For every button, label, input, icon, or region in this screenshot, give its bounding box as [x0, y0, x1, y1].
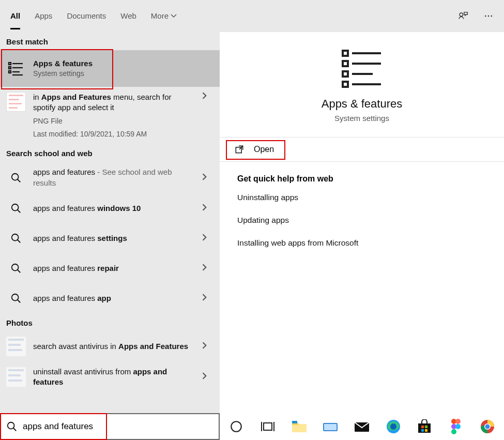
svg-point-11 [12, 173, 19, 180]
result-title: apps and features - See school and web r… [33, 167, 194, 188]
result-title: apps and features repair [33, 263, 194, 274]
group-header-photos: Photos [0, 313, 220, 331]
svg-rect-25 [343, 61, 348, 66]
svg-rect-23 [343, 51, 348, 56]
result-modified: Last modified: 10/9/2021, 10:59 AM [33, 129, 194, 139]
photo-result-2[interactable]: uninstall avast antivirus from apps and … [0, 361, 220, 393]
svg-point-13 [12, 204, 19, 211]
svg-point-56 [485, 424, 490, 429]
svg-point-2 [488, 15, 490, 17]
svg-line-18 [18, 270, 21, 273]
results-panel: Best match Apps & features System settin… [0, 32, 220, 440]
taskbar-cortana-icon[interactable] [228, 417, 245, 436]
taskbar [220, 413, 504, 440]
svg-rect-38 [292, 425, 307, 432]
svg-point-17 [12, 264, 19, 271]
svg-point-0 [460, 13, 463, 16]
svg-line-16 [18, 240, 21, 243]
taskbar-mail-icon[interactable] [354, 417, 371, 436]
taskbar-taskview-icon[interactable] [259, 417, 277, 436]
taskbar-keyboard-icon[interactable] [322, 417, 339, 436]
taskbar-chrome-icon[interactable] [479, 417, 496, 436]
search-icon [6, 421, 18, 432]
svg-point-52 [455, 424, 461, 429]
svg-rect-8 [9, 71, 11, 73]
web-result-5[interactable]: apps and features app [0, 283, 220, 313]
svg-point-50 [455, 419, 461, 424]
web-result-3[interactable]: apps and features settings [0, 223, 220, 253]
taskbar-figma-icon[interactable] [448, 417, 465, 436]
result-subtitle: System settings [33, 69, 213, 79]
list-settings-icon [6, 59, 26, 79]
result-title: apps and features settings [33, 233, 194, 244]
search-box[interactable] [0, 413, 220, 440]
preview-app-icon [339, 48, 385, 89]
chevron-right-icon [201, 92, 213, 101]
search-input[interactable] [23, 421, 213, 432]
svg-line-22 [13, 428, 17, 431]
help-link-install-web[interactable]: Installing web apps from Microsoft [237, 238, 486, 248]
open-label: Open [254, 145, 274, 154]
image-thumbnail-icon [6, 92, 26, 112]
svg-rect-37 [292, 421, 297, 423]
filter-apps[interactable]: Apps [35, 0, 52, 32]
svg-line-12 [18, 179, 21, 182]
chevron-right-icon [201, 372, 213, 382]
image-thumbnail-icon [6, 337, 26, 356]
result-png-file[interactable]: in Apps and Features menu, search for sp… [0, 87, 220, 144]
taskbar-store-icon[interactable] [416, 417, 433, 436]
web-result-4[interactable]: apps and features repair [0, 253, 220, 283]
search-icon [6, 199, 26, 218]
open-external-icon [234, 144, 245, 155]
preview-subtitle: System settings [220, 114, 504, 123]
chevron-right-icon [201, 294, 213, 303]
svg-point-3 [491, 15, 493, 17]
chevron-right-icon [201, 204, 213, 213]
help-header: Get quick help from web [237, 174, 486, 184]
svg-point-43 [390, 423, 396, 430]
chevron-right-icon [201, 173, 213, 183]
group-header-school-web: Search school and web [0, 144, 220, 162]
search-icon [6, 259, 26, 278]
svg-point-1 [485, 15, 486, 17]
open-action[interactable]: Open [220, 137, 504, 162]
preview-panel: Apps & features System settings Open Get… [220, 32, 504, 440]
result-title: uninstall avast antivirus from apps and … [33, 367, 194, 388]
svg-point-15 [12, 234, 19, 241]
result-title: Apps & features [33, 58, 213, 69]
filter-more[interactable]: More [151, 0, 177, 32]
photo-result-1[interactable]: search avast antivirus in Apps and Featu… [0, 331, 220, 361]
chevron-right-icon [201, 342, 213, 351]
preview-title: Apps & features [220, 97, 504, 111]
result-apps-and-features[interactable]: Apps & features System settings [0, 50, 220, 87]
search-icon [6, 229, 26, 248]
svg-point-19 [12, 294, 19, 301]
filter-more-label: More [151, 11, 169, 20]
result-title: search avast antivirus in Apps and Featu… [33, 341, 194, 352]
search-filters-bar: All Apps Documents Web More [0, 0, 504, 32]
group-header-best-match: Best match [0, 32, 220, 50]
result-title: apps and features windows 10 [33, 203, 194, 214]
help-link-uninstall[interactable]: Uninstalling apps [237, 193, 486, 202]
image-thumbnail-icon [6, 367, 26, 387]
svg-rect-27 [343, 71, 348, 77]
filter-all[interactable]: All [10, 0, 20, 32]
svg-rect-4 [9, 63, 11, 65]
taskbar-edge-icon[interactable] [385, 417, 402, 436]
svg-rect-46 [425, 426, 427, 428]
feedback-icon[interactable] [457, 10, 469, 22]
more-options-icon[interactable] [483, 11, 494, 21]
result-title: in Apps and Features menu, search for sp… [33, 92, 194, 113]
filter-web[interactable]: Web [120, 0, 136, 32]
search-icon [6, 289, 26, 308]
web-result-2[interactable]: apps and features windows 10 [0, 193, 220, 223]
filter-documents[interactable]: Documents [67, 0, 106, 32]
svg-rect-44 [418, 423, 431, 433]
svg-rect-48 [425, 429, 427, 432]
taskbar-file-explorer-icon[interactable] [291, 417, 308, 436]
svg-rect-34 [264, 423, 272, 430]
web-result-1[interactable]: apps and features - See school and web r… [0, 162, 220, 193]
svg-line-14 [18, 210, 21, 213]
svg-point-32 [232, 421, 242, 432]
help-link-update[interactable]: Updating apps [237, 216, 486, 225]
